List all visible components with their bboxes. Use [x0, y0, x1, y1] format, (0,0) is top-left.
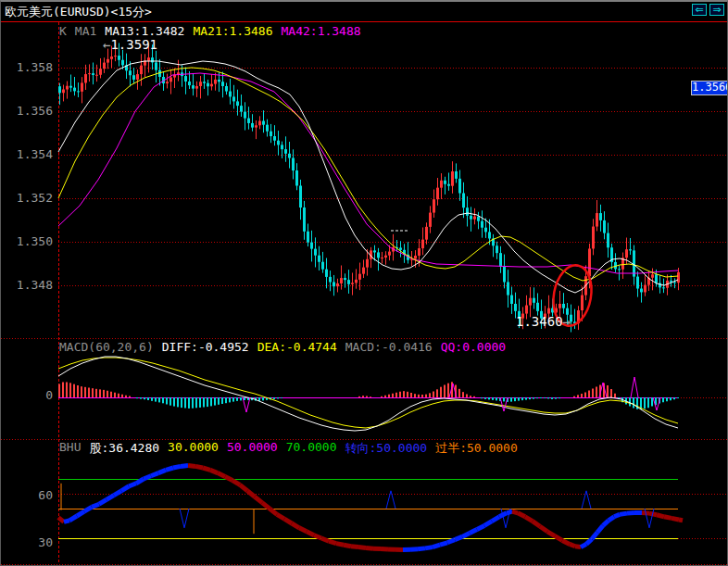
bhu-half-value: 过半:50.0000	[435, 440, 518, 457]
bhu-axis-label: 60	[29, 488, 53, 502]
bhu-panel	[58, 466, 728, 550]
chart-legend: K MA1 MA13:1.3482 MA21:1.3486 MA42:1.348…	[59, 24, 361, 38]
macd-zero-label: 0	[29, 388, 53, 402]
macd-panel	[58, 357, 728, 431]
bhu-30-value: 30.0000	[168, 440, 219, 457]
moving-averages	[58, 61, 678, 293]
macd-header: MACD(60,20,6) DIFF:-0.4952 DEA:-0.4744 M…	[59, 340, 506, 354]
bhu-50-value: 50.0000	[227, 440, 278, 457]
app-window: 欧元美元(EURUSD)<15分> ⇐ ⇒ K MA1 MA13:1.3482 …	[0, 0, 728, 566]
gridlines	[1, 22, 728, 565]
bhu-title: BHU	[59, 440, 81, 457]
price-axis-label: 1.350	[1, 234, 53, 248]
high-annotation: ←1.3591	[103, 37, 157, 52]
macd-hist-value: MACD:-0.0416	[345, 340, 433, 354]
chart-canvas[interactable]	[1, 2, 728, 566]
macd-diff-value: DIFF:-0.4952	[162, 340, 249, 354]
price-axis-label: 1.354	[1, 147, 53, 161]
price-axis-label: 1.352	[1, 191, 53, 205]
last-price-tag: 1.3566	[691, 81, 728, 95]
right-arrow-icon: →	[563, 314, 571, 329]
legend-ma21: MA21:1.3486	[193, 24, 272, 38]
bhu-axis-label: 30	[29, 535, 53, 549]
macd-dea-value: DEA:-0.4744	[257, 340, 337, 354]
legend-k: K	[59, 24, 67, 38]
bhu-main-value: 股:36.4280	[89, 440, 159, 457]
price-axis-label: 1.348	[1, 278, 53, 292]
bhu-70-value: 70.0000	[286, 440, 337, 457]
price-axis-label: 1.356	[1, 104, 53, 118]
legend-ma42: MA42:1.3488	[282, 24, 361, 38]
legend-ma13: MA13:1.3482	[105, 24, 184, 38]
legend-ma1: MA1	[75, 24, 96, 38]
macd-qq-value: QQ:0.0000	[441, 340, 506, 354]
macd-title: MACD(60,20,6)	[59, 340, 154, 354]
low-annotation: 1.3460→	[516, 314, 571, 329]
bhu-header: BHU 股:36.4280 30.0000 50.0000 70.0000 转向…	[59, 440, 518, 457]
price-axis-label: 1.358	[1, 60, 53, 74]
bhu-turn-value: 转向:50.0000	[345, 440, 428, 457]
candlesticks	[58, 43, 680, 332]
